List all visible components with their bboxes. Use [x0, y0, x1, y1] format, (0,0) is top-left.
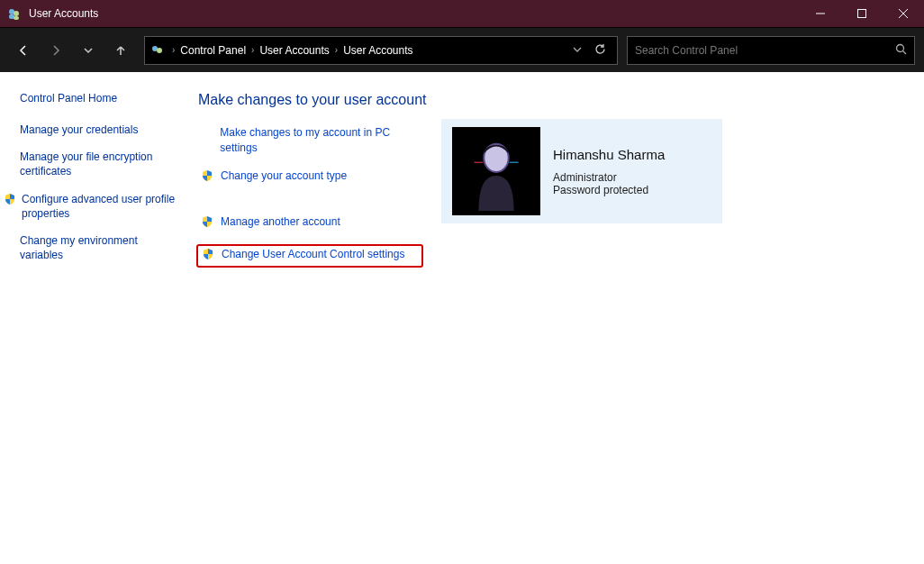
change-uac-settings-link[interactable]: Change User Account Control settings — [196, 244, 423, 268]
content-area: Control Panel Home Manage your credentia… — [0, 72, 924, 564]
user-account-card: Himanshu Sharma Administrator Password p… — [441, 119, 722, 223]
address-bar[interactable]: › Control Panel › User Accounts › User A… — [144, 36, 618, 65]
svg-line-11 — [903, 50, 907, 54]
recent-locations-button[interactable] — [74, 37, 103, 64]
forward-button[interactable] — [41, 37, 70, 64]
user-name: Himanshu Sharma — [553, 147, 665, 162]
user-info: Himanshu Sharma Administrator Password p… — [553, 147, 665, 196]
task-label: Change your account type — [221, 168, 347, 184]
sidebar-link-label: Configure advanced user profile properti… — [22, 192, 180, 221]
task-list: Make changes to my account in PC setting… — [198, 124, 423, 268]
back-button[interactable] — [9, 37, 38, 64]
up-button[interactable] — [106, 37, 135, 64]
account-task-link[interactable]: Change your account type — [198, 168, 423, 187]
chevron-right-icon[interactable]: › — [170, 45, 177, 55]
uac-shield-icon — [201, 168, 213, 186]
user-avatar — [452, 127, 540, 215]
chevron-right-icon[interactable]: › — [249, 45, 256, 55]
user-accounts-breadcrumb-icon — [150, 43, 165, 58]
maximize-button[interactable] — [841, 0, 883, 27]
svg-point-9 — [157, 48, 162, 53]
close-button[interactable] — [883, 0, 924, 27]
sidebar-link[interactable]: Configure advanced user profile properti… — [20, 192, 180, 221]
breadcrumb-item[interactable]: User Accounts — [256, 44, 332, 57]
sidebar-link-label: Change my environment variables — [20, 233, 180, 262]
address-dropdown-button[interactable] — [573, 44, 582, 57]
sidebar-link[interactable]: Manage your credentials — [20, 123, 180, 137]
breadcrumb-item[interactable]: User Accounts — [340, 44, 416, 57]
title-bar: User Accounts — [0, 0, 924, 27]
user-password-status: Password protected — [553, 184, 665, 196]
navigation-bar: › Control Panel › User Accounts › User A… — [0, 27, 924, 72]
sidebar-link-label: Manage your file encryption certificates — [20, 150, 180, 178]
window-title: User Accounts — [29, 7, 98, 20]
uac-shield-icon — [202, 247, 214, 265]
sidebar: Control Panel Home Manage your credentia… — [0, 72, 189, 564]
task-label: Make changes to my account in PC setting… — [220, 125, 421, 156]
task-label: Manage another account — [221, 214, 340, 230]
search-box[interactable] — [627, 36, 915, 65]
search-input[interactable] — [635, 44, 895, 57]
account-task-link[interactable]: Manage another account — [198, 214, 423, 233]
user-accounts-app-icon — [7, 6, 22, 21]
chevron-right-icon[interactable]: › — [333, 45, 340, 55]
sidebar-link-label: Manage your credentials — [20, 123, 138, 137]
svg-point-1 — [14, 11, 19, 16]
sidebar-link[interactable]: Manage your file encryption certificates — [20, 150, 180, 178]
control-panel-home-link[interactable]: Control Panel Home — [20, 92, 180, 105]
svg-rect-3 — [14, 16, 19, 20]
uac-shield-icon — [201, 214, 213, 232]
account-task-link[interactable]: Make changes to my account in PC setting… — [198, 124, 423, 157]
refresh-button[interactable] — [594, 43, 606, 58]
uac-shield-icon — [4, 192, 16, 209]
main-panel: Make changes to your user account Make c… — [189, 72, 924, 564]
breadcrumb-item[interactable]: Control Panel — [177, 44, 249, 57]
search-icon[interactable] — [895, 43, 907, 58]
svg-rect-5 — [858, 10, 866, 18]
page-heading: Make changes to your user account — [198, 92, 906, 108]
minimize-button[interactable] — [800, 0, 841, 27]
user-role: Administrator — [553, 171, 665, 184]
task-label: Change User Account Control settings — [222, 247, 404, 262]
sidebar-link[interactable]: Change my environment variables — [20, 233, 180, 262]
svg-point-10 — [897, 44, 904, 51]
